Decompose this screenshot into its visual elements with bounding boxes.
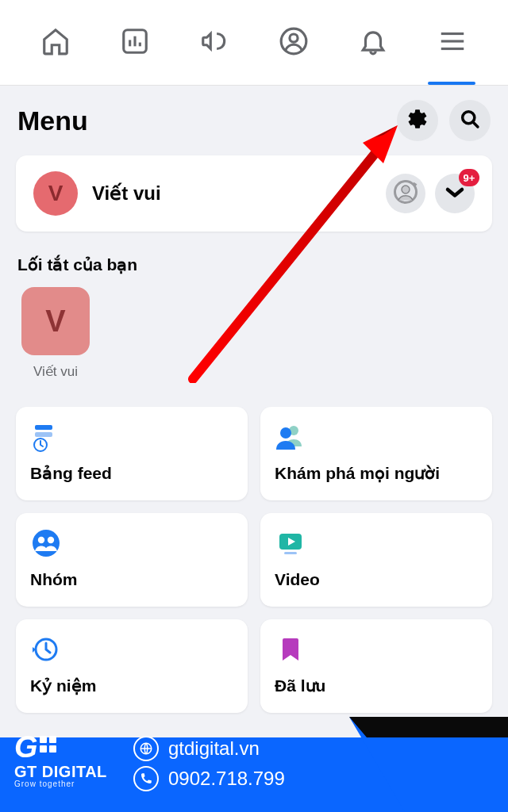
- bar-chart-icon: [120, 26, 150, 59]
- story-ring-icon: [391, 178, 420, 209]
- grid-item-discover-people[interactable]: Khám phá mọi người: [260, 407, 492, 500]
- footer-tagline: Grow together: [14, 779, 107, 788]
- svg-point-5: [290, 33, 298, 41]
- notification-badge: 9+: [459, 169, 479, 186]
- footer-logo: G GT DIGITAL Grow together: [14, 733, 107, 788]
- shortcut-avatar: V: [21, 287, 90, 355]
- nav-notifications[interactable]: [353, 23, 393, 63]
- settings-button[interactable]: [397, 100, 438, 141]
- home-icon: [40, 26, 71, 59]
- grid-item-label: Đã lưu: [275, 676, 478, 695]
- story-ring-button[interactable]: [386, 174, 425, 213]
- shortcut-label: Viết vui: [17, 363, 94, 380]
- page-header: Menu: [0, 86, 508, 149]
- user-circle-icon: [279, 26, 309, 59]
- shortcuts-row: V Viết vui: [0, 281, 508, 385]
- profile-card[interactable]: V Viết vui 9+: [16, 155, 492, 232]
- video-icon: [275, 527, 306, 559]
- phone-icon: [133, 766, 159, 791]
- grid-item-saved[interactable]: Đã lưu: [260, 619, 492, 713]
- top-nav: [0, 0, 508, 86]
- grid-item-feed[interactable]: Bảng feed: [16, 407, 248, 500]
- profile-name: Viết vui: [92, 182, 376, 205]
- gear-icon: [406, 108, 429, 133]
- memories-icon: [30, 634, 62, 665]
- footer-contacts: gtdigital.vn 0902.718.799: [133, 731, 285, 796]
- svg-line-10: [473, 122, 478, 127]
- search-button[interactable]: [449, 100, 491, 141]
- grid-item-label: Kỷ niệm: [30, 676, 233, 695]
- svg-rect-22: [284, 552, 297, 554]
- groups-icon: [30, 527, 62, 559]
- globe-icon: [133, 736, 159, 761]
- footer-phone: 0902.718.799: [133, 766, 285, 791]
- grid-item-label: Video: [275, 570, 478, 589]
- search-icon: [459, 108, 481, 133]
- svg-rect-13: [35, 425, 52, 430]
- active-tab-indicator: [428, 82, 475, 85]
- nav-promotions[interactable]: [194, 23, 234, 63]
- svg-point-17: [280, 427, 291, 439]
- footer-content: G GT DIGITAL Grow together gtdigital.vn …: [0, 717, 508, 812]
- bookmark-icon: [275, 634, 306, 665]
- svg-point-19: [38, 537, 44, 543]
- megaphone-icon: [199, 26, 229, 59]
- switch-profile-button[interactable]: 9+: [435, 174, 475, 213]
- svg-point-18: [33, 530, 60, 557]
- nav-profile[interactable]: [274, 23, 314, 63]
- grid-item-label: Khám phá mọi người: [275, 464, 478, 483]
- svg-rect-14: [35, 432, 52, 437]
- shortcuts-heading: Lối tắt của bạn: [0, 238, 508, 281]
- grid-item-groups[interactable]: Nhóm: [16, 513, 248, 607]
- nav-home[interactable]: [36, 23, 75, 63]
- grid-item-label: Nhóm: [30, 570, 233, 589]
- footer-website: gtdigital.vn: [133, 736, 285, 761]
- svg-point-12: [402, 186, 410, 193]
- grid-item-memories[interactable]: Kỷ niệm: [16, 619, 248, 713]
- footer-brand: GT DIGITAL: [14, 763, 107, 781]
- grid-item-video[interactable]: Video: [260, 513, 492, 607]
- bell-icon: [358, 26, 388, 59]
- footer-website-text: gtdigital.vn: [168, 737, 260, 760]
- menu-grid: Bảng feed Khám phá mọi người Nhóm Video …: [0, 385, 508, 713]
- shortcut-item[interactable]: V Viết vui: [17, 287, 94, 380]
- footer-phone-text: 0902.718.799: [168, 768, 285, 790]
- page-title: Menu: [17, 105, 386, 136]
- feed-icon: [30, 421, 62, 453]
- hamburger-icon: [437, 26, 468, 59]
- profile-avatar: V: [33, 171, 78, 216]
- grid-item-label: Bảng feed: [30, 464, 233, 483]
- svg-point-20: [48, 537, 54, 543]
- nav-insights[interactable]: [115, 23, 155, 63]
- people-icon: [275, 421, 306, 453]
- nav-menu[interactable]: [433, 23, 472, 63]
